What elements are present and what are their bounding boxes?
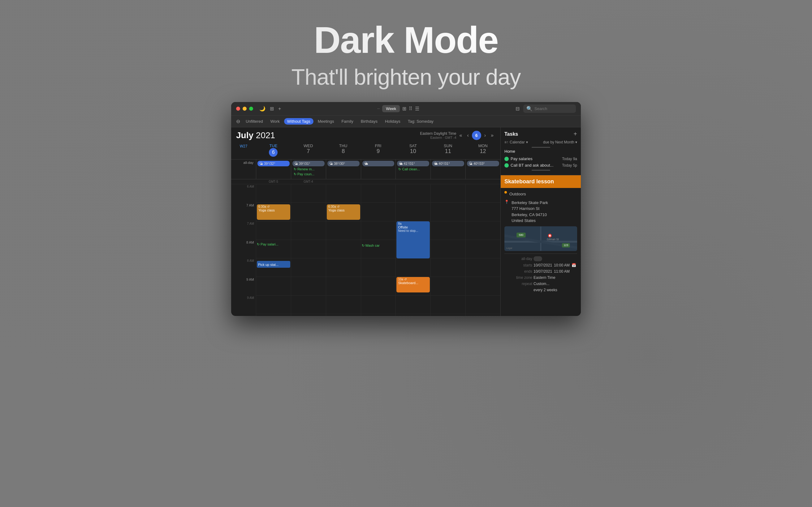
traffic-lights	[236, 107, 253, 111]
allday-event-renew[interactable]: ↻ Renew m...	[293, 167, 324, 172]
event-detail-header[interactable]: Skateboard lesson	[501, 175, 581, 188]
starts-field: starts 10/07/2021 10:00 AM 📅	[504, 263, 577, 267]
gmt-labels-row: GMT-5 GMT-4	[231, 179, 500, 184]
starts-value[interactable]: 10/07/2021 10:00 AM 📅	[534, 263, 577, 267]
event-detail-body: Outdoors 📍 Berkeley Skate Park 777 Harri…	[501, 188, 581, 295]
pickup-stat-event[interactable]: Pick up stat...	[257, 261, 290, 268]
grid-dots-icon[interactable]: ⠿	[409, 106, 412, 112]
yoga-class-thu[interactable]: 6:30a ↺ Yoga class	[327, 204, 360, 220]
grid-col-thu[interactable]: 6:30a ↺ Yoga class	[326, 184, 361, 316]
skateboard-event[interactable]: 10a ↺ Skateboard...	[396, 277, 430, 292]
weather-badge-tue: 🌤 39°/32°	[257, 161, 290, 166]
close-button[interactable]	[236, 107, 240, 111]
hero-title: Dark Mode	[314, 18, 498, 61]
sidebar-toggle-icon[interactable]: ⊟	[515, 106, 519, 112]
allday-cell-mon[interactable]: 🌤 40°/33°	[465, 160, 500, 179]
filter-unfiltered[interactable]: Unfiltered	[243, 118, 266, 125]
prev-button[interactable]: ‹	[465, 132, 470, 139]
time-grid: 6 AM 7 AM 7 AM 8 AM 8 AM 9 AM	[231, 184, 500, 316]
time-label-6am: 6 AM	[231, 184, 256, 203]
task-item-call-bt[interactable]: Call BT and ask about... Today 5p	[504, 162, 577, 168]
timezone-info: Eastern Daylight Time Eastern · GMT -4	[420, 131, 456, 139]
maximize-button[interactable]	[249, 107, 253, 111]
prev-prev-button[interactable]: «	[458, 132, 464, 139]
search-bar[interactable]: 🔍	[523, 105, 576, 113]
allday-cell-thu[interactable]: 🌤 38°/30°	[326, 160, 361, 179]
filter-without-tags[interactable]: Without Tags	[284, 118, 313, 125]
list-icon[interactable]: ☰	[415, 106, 419, 112]
filter-meetings[interactable]: Meetings	[315, 118, 337, 125]
grid-col-sat[interactable]: 8a Offsite Need to stop... 10a ↺ Skatebo…	[396, 184, 430, 316]
allday-label-field: all-day	[504, 257, 532, 261]
gmt-wed: GMT-4	[291, 179, 326, 184]
allday-cell-fri[interactable]: 🌥	[361, 160, 396, 179]
tasks-filter-due[interactable]: due by Next Month ▾	[543, 140, 577, 145]
day-header-fri[interactable]: FRI 9	[361, 142, 396, 158]
time-label-10am: 8 AM	[231, 259, 256, 277]
ends-value[interactable]: 10/07/2021 11:00 AM	[534, 269, 577, 274]
task-circle-icon-2	[504, 163, 509, 168]
tasks-add-button[interactable]: +	[573, 130, 577, 137]
repeat-value[interactable]: Custom...	[534, 282, 577, 286]
filter-holidays[interactable]: Holidays	[382, 118, 404, 125]
scroll-indicator-2	[531, 170, 550, 171]
pay-salaries-event[interactable]: ↻ Pay salari...	[257, 241, 290, 247]
add-icon[interactable]: +	[278, 106, 281, 112]
map-svg: 580 123 Gilman St Legal	[504, 226, 577, 251]
layout-icon[interactable]: ⊞	[270, 106, 274, 112]
day-header-wed[interactable]: WED 7	[291, 142, 326, 158]
map-thumbnail[interactable]: 580 123 Gilman St Legal	[504, 226, 577, 251]
timezone-field: time zone Eastern Time	[504, 275, 577, 280]
allday-cell-sun[interactable]: 🌥 40°/31°	[430, 160, 465, 179]
filter-work[interactable]: Work	[267, 118, 283, 125]
day-header-sat[interactable]: SAT 10	[396, 142, 430, 158]
title-bar-icons: 🌙 ⊞ +	[259, 106, 281, 112]
today-button[interactable]: 6	[472, 131, 481, 140]
weather-badge-sat: 🌥 41°/31°	[397, 161, 429, 166]
allday-toggle[interactable]	[534, 256, 542, 261]
task-time: Today 9a	[562, 157, 577, 161]
time-label-9am: 8 AM	[231, 240, 256, 259]
allday-cell-tue[interactable]: 🌤 39°/32°	[256, 160, 291, 179]
allday-event-pay-county[interactable]: ↻ Pay coun...	[293, 172, 324, 176]
weather-badge-mon: 🌤 40°/33°	[467, 161, 499, 166]
day-header-thu[interactable]: THU 8	[326, 142, 361, 158]
allday-cell-sat[interactable]: 🌥 41°/31° ↻ Call clean...	[396, 160, 430, 179]
yoga-class-tue[interactable]: 6:30a ↺ Yoga class	[257, 204, 290, 220]
next-button[interactable]: ›	[483, 132, 488, 139]
tasks-filter-calendar[interactable]: ≡↑ Calendar ▾	[504, 140, 528, 145]
week-view-button[interactable]: Week	[382, 105, 400, 112]
grid-icon[interactable]: ⊞	[402, 106, 406, 112]
main-content: July 2021 Eastern Daylight Time Eastern …	[231, 127, 581, 316]
grid-hour-4: Pick up stat...	[256, 259, 291, 277]
offsite-event[interactable]: 8a Offsite Need to stop...	[396, 221, 430, 259]
allday-cell-wed[interactable]: 🌤 39°/31° ↻ Renew m... ↻ Pay coun...	[291, 160, 326, 179]
app-window: 🌙 ⊞ + ··· Week ⊞ ⠿ ☰ ⊟ 🔍 ⊖ Unfiltered Wo…	[231, 102, 581, 316]
day-header-tue[interactable]: TUE 6	[256, 142, 291, 158]
grid-col-wed[interactable]	[291, 184, 326, 316]
moon-icon[interactable]: 🌙	[259, 106, 265, 112]
svg-point-10	[549, 235, 551, 236]
week-number: W27	[231, 142, 256, 149]
filter-remove-icon[interactable]: ⊖	[236, 118, 240, 124]
filter-tag-someday[interactable]: Tag: Someday	[405, 118, 437, 125]
allday-event-call-clean[interactable]: ↻ Call clean...	[397, 167, 429, 172]
search-input[interactable]	[535, 106, 573, 111]
minimize-button[interactable]	[243, 107, 247, 111]
wash-car-event[interactable]: ↻ Wash car	[362, 242, 395, 248]
grid-col-sun[interactable]	[430, 184, 465, 316]
day-header-mon[interactable]: MON 12	[465, 142, 500, 158]
task-item-pay-salaries[interactable]: Pay salaries Today 9a	[504, 156, 577, 162]
title-bar-right: ⊟ 🔍	[515, 105, 576, 113]
grid-col-mon[interactable]	[465, 184, 500, 316]
timezone-label-field: time zone	[504, 275, 532, 280]
day-header-sun[interactable]: SUN 11	[430, 142, 465, 158]
next-next-button[interactable]: »	[489, 132, 496, 139]
grid-hour-2	[256, 221, 291, 240]
task-group-home: Home	[504, 149, 577, 154]
grid-col-tue[interactable]: 6:30a ↺ Yoga class ↻ Pay salari...	[256, 184, 291, 316]
gmt-tue: GMT-5	[256, 179, 291, 184]
filter-birthdays[interactable]: Birthdays	[358, 118, 380, 125]
filter-family[interactable]: Family	[338, 118, 356, 125]
grid-col-fri[interactable]: ↻ Wash car	[361, 184, 396, 316]
